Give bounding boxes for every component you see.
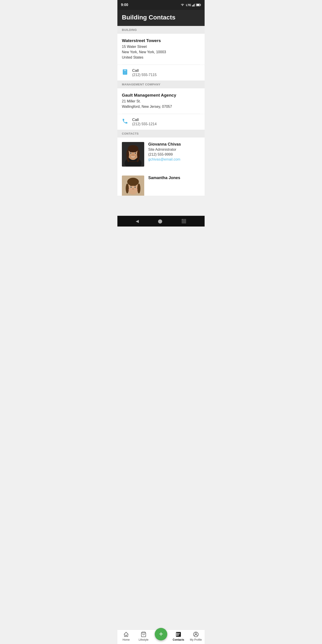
lifestyle-icon: [141, 632, 146, 637]
samantha-info: Samantha Jones: [148, 176, 200, 181]
svg-rect-35: [178, 635, 179, 636]
status-time: 9:00: [121, 3, 128, 7]
svg-point-28: [128, 189, 131, 190]
svg-point-17: [135, 153, 136, 154]
nav-home[interactable]: Home: [118, 632, 135, 641]
wifi-icon: [180, 3, 184, 6]
plus-icon: +: [159, 630, 163, 638]
giovanna-email[interactable]: gchivas@email.com: [148, 158, 200, 162]
avatar-giovanna: [122, 142, 144, 166]
building-call-info: Call (212) 555-7115: [132, 68, 156, 77]
svg-point-29: [135, 189, 138, 190]
page-title: Building Contacts: [122, 14, 200, 21]
nav-add[interactable]: +: [152, 632, 170, 640]
svg-point-26: [134, 187, 136, 188]
section-mgmt-header: MANAGEMENT COMPANY: [118, 80, 204, 88]
svg-rect-33: [178, 633, 180, 634]
building-call-label: Call: [132, 68, 156, 73]
building-call-number: (212) 555-7115: [132, 73, 156, 77]
section-contacts-header: CONTACTS: [118, 130, 204, 138]
svg-point-37: [195, 633, 197, 634]
fab-button[interactable]: +: [155, 628, 167, 640]
samantha-name: Samantha Jones: [148, 176, 200, 180]
mgmt-info-block: Gault Management Agency 21 Miller St. Wa…: [118, 88, 204, 114]
mgmt-call-label: Call: [132, 118, 156, 122]
nav-lifestyle[interactable]: Lifestyle: [135, 632, 152, 641]
phone-icon-mgmt: [122, 118, 128, 126]
building-name: Waterstreet Towers: [122, 38, 200, 43]
bottom-nav: Home Lifestyle + Contacts: [118, 630, 204, 644]
giovanna-phone: (212) 555-9999: [148, 152, 200, 156]
nav-profile[interactable]: My Profile: [187, 632, 204, 641]
android-back-btn[interactable]: ◀: [136, 219, 139, 224]
section-building-header: BUILDING: [118, 26, 204, 34]
svg-point-21: [126, 184, 129, 194]
nav-profile-label: My Profile: [190, 638, 202, 641]
contact-card-samantha[interactable]: Samantha Jones: [118, 171, 204, 196]
svg-rect-32: [176, 632, 177, 636]
nav-contacts-label: Contacts: [173, 638, 184, 641]
building-address: 15 Water Street New York, New York, 1000…: [122, 44, 200, 60]
mgmt-address-line2: Wallingford, New Jersey, 07057: [122, 104, 200, 109]
contact-card-giovanna[interactable]: Giovanna Chivas Site Administrator (212)…: [118, 138, 204, 171]
android-home-btn[interactable]: ⬤: [158, 219, 162, 224]
building-call-row[interactable]: Call (212) 555-7115: [118, 65, 204, 80]
nav-home-label: Home: [122, 638, 130, 641]
svg-point-16: [130, 153, 132, 154]
svg-rect-6: [196, 4, 200, 6]
lte-label: LTE: [186, 3, 191, 7]
status-icons: LTE: [180, 3, 201, 7]
svg-rect-0: [192, 5, 193, 6]
svg-rect-3: [195, 3, 195, 6]
nav-contacts[interactable]: Contacts: [170, 632, 187, 641]
status-bar: 9:00 LTE: [118, 0, 204, 10]
android-nav-bar: ◀ ⬤ ⬛: [118, 216, 204, 226]
building-address-line1: 15 Water Street: [122, 44, 200, 50]
svg-rect-1: [193, 5, 194, 6]
android-recents-btn[interactable]: ⬛: [181, 219, 186, 224]
page-header: Building Contacts: [118, 10, 204, 26]
svg-point-27: [132, 188, 134, 190]
mgmt-call-row[interactable]: Call (212) 555-1214: [118, 114, 204, 130]
svg-rect-34: [178, 634, 180, 634]
svg-rect-2: [194, 4, 194, 6]
giovanna-info: Giovanna Chivas Site Administrator (212)…: [148, 142, 200, 162]
mgmt-address: 21 Miller St. Wallingford, New Jersey, 0…: [122, 98, 200, 109]
signal-icon: [192, 3, 195, 6]
mgmt-call-info: Call (212) 555-1214: [132, 118, 156, 126]
svg-point-25: [130, 187, 132, 188]
svg-point-22: [137, 184, 140, 194]
giovanna-role: Site Administrator: [148, 148, 200, 152]
svg-point-20: [127, 178, 139, 186]
contacts-icon: [176, 632, 181, 637]
home-icon: [123, 632, 129, 637]
battery-icon: [196, 3, 201, 6]
phone-icon-building: [122, 69, 128, 77]
mgmt-company-name: Gault Management Agency: [122, 93, 200, 98]
mgmt-call-number: (212) 555-1214: [132, 122, 156, 126]
mgmt-address-line1: 21 Miller St.: [122, 98, 200, 104]
svg-rect-5: [200, 4, 201, 5]
giovanna-name: Giovanna Chivas: [148, 142, 200, 147]
building-info-block: Waterstreet Towers 15 Water Street New Y…: [118, 34, 204, 64]
nav-lifestyle-label: Lifestyle: [139, 638, 148, 641]
building-address-line2: New York, New York, 10003: [122, 50, 200, 55]
profile-icon: [193, 632, 199, 637]
building-address-line3: United States: [122, 55, 200, 60]
avatar-samantha: [122, 176, 144, 196]
svg-point-11: [128, 145, 138, 152]
